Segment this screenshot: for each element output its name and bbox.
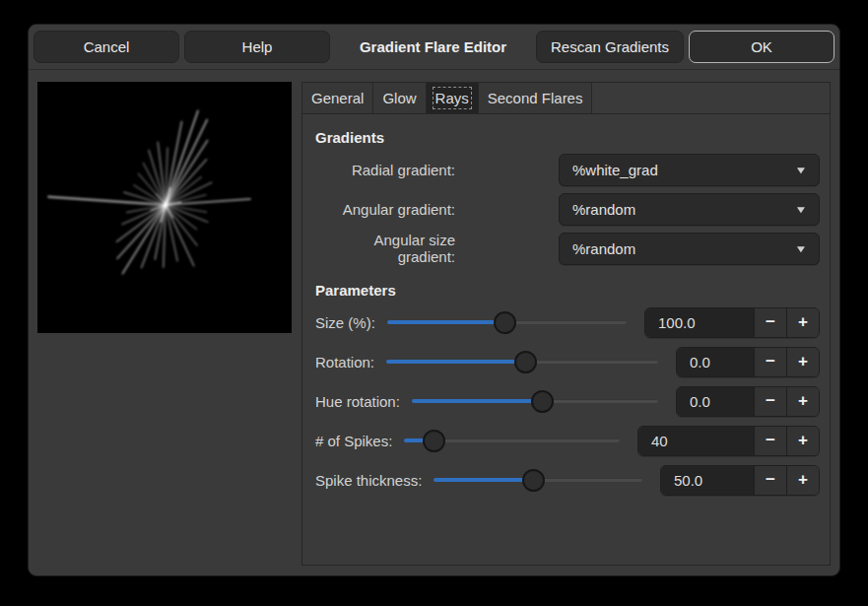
rotation-entry[interactable]: 0.0: [677, 348, 754, 376]
rotation-spin-group: 0.0 − +: [676, 347, 820, 377]
size-slider[interactable]: [387, 307, 627, 338]
chevron-down-icon: ▼: [794, 165, 807, 175]
cancel-button[interactable]: Cancel: [33, 31, 179, 63]
plus-icon[interactable]: +: [786, 348, 819, 376]
radial-gradient-label: Radial gradient:: [315, 162, 455, 178]
tab-rays[interactable]: Rays: [427, 83, 479, 113]
minus-icon[interactable]: −: [754, 387, 786, 416]
size-entry[interactable]: 100.0: [645, 308, 754, 337]
notebook: General Glow Rays Second Flares Gradient…: [301, 82, 831, 566]
spikes-spin-group: 40 − +: [637, 426, 820, 456]
slider-fill: [412, 399, 543, 403]
dialog-title: Gradient Flare Editor: [335, 38, 531, 55]
spikes-entry[interactable]: 40: [638, 427, 754, 455]
minus-icon[interactable]: −: [754, 427, 786, 455]
angular-size-gradient-row: Angular size gradient: %random ▼: [315, 229, 820, 268]
tab-strip-spacer: [592, 83, 830, 113]
angular-gradient-label: Angular gradient:: [315, 201, 455, 218]
slider-thumb[interactable]: [514, 351, 537, 373]
flare-preview: [37, 82, 292, 333]
angular-gradient-value: %random: [572, 201, 635, 218]
tab-second-flares[interactable]: Second Flares: [479, 83, 593, 113]
minus-icon[interactable]: −: [754, 348, 786, 376]
chevron-down-icon: ▼: [794, 204, 807, 215]
angular-gradient-row: Angular gradient: %random ▼: [315, 189, 820, 229]
chevron-down-icon: ▼: [794, 243, 807, 254]
rescan-gradients-button[interactable]: Rescan Gradients: [536, 31, 684, 63]
minus-icon[interactable]: −: [754, 466, 786, 495]
spikes-label: # of Spikes:: [315, 433, 392, 449]
slider-fill: [387, 320, 505, 324]
slider-fill: [434, 478, 534, 482]
spikes-slider[interactable]: [404, 426, 620, 456]
slider-fill: [386, 360, 525, 364]
screen: Cancel Help Gradient Flare Editor Rescan…: [0, 0, 868, 606]
slider-thumb[interactable]: [531, 390, 554, 413]
rotation-row: Rotation: 0.0 − +: [315, 342, 820, 381]
minus-icon[interactable]: −: [754, 308, 786, 337]
angular-size-gradient-label: Angular size gradient:: [315, 232, 455, 265]
hue-rotation-label: Hue rotation:: [315, 393, 400, 410]
rays-tab-page: Gradients Radial gradient: %white_grad ▼…: [301, 114, 831, 566]
slider-thumb[interactable]: [423, 430, 445, 452]
hue-rotation-spin-group: 0.0 − +: [676, 386, 820, 417]
tab-strip: General Glow Rays Second Flares: [301, 82, 831, 114]
tab-general[interactable]: General: [301, 83, 373, 113]
plus-icon[interactable]: +: [786, 466, 819, 495]
rotation-slider[interactable]: [386, 347, 658, 377]
plus-icon[interactable]: +: [786, 387, 819, 416]
radial-gradient-row: Radial gradient: %white_grad ▼: [315, 150, 820, 189]
plus-icon[interactable]: +: [786, 427, 819, 455]
gradient-flare-editor-dialog: Cancel Help Gradient Flare Editor Rescan…: [28, 24, 840, 576]
size-spin-group: 100.0 − +: [644, 307, 820, 338]
plus-icon[interactable]: +: [786, 308, 819, 337]
parameters-section-title: Parameters: [315, 282, 818, 299]
size-label: Size (%):: [315, 314, 375, 331]
flare-preview-image: [37, 82, 292, 333]
spikes-row: # of Spikes: 40 − +: [315, 421, 820, 460]
tab-general-label: General: [311, 90, 364, 106]
slider-thumb[interactable]: [522, 469, 545, 492]
spike-thickness-spin-group: 50.0 − +: [660, 465, 820, 496]
size-row: Size (%): 100.0 − +: [315, 303, 820, 342]
tab-rays-label: Rays: [435, 90, 469, 106]
ok-button[interactable]: OK: [689, 31, 835, 63]
hue-rotation-slider[interactable]: [412, 386, 658, 417]
hue-rotation-row: Hue rotation: 0.0 − +: [315, 381, 820, 421]
slider-thumb[interactable]: [494, 311, 516, 334]
spike-thickness-entry[interactable]: 50.0: [661, 466, 754, 495]
radial-gradient-dropdown[interactable]: %white_grad ▼: [559, 154, 820, 186]
gradients-section-title: Gradients: [315, 129, 818, 146]
tab-glow-label: Glow: [382, 90, 416, 106]
tab-glow[interactable]: Glow: [373, 83, 426, 113]
tab-second-flares-label: Second Flares: [488, 90, 583, 106]
header-bar: Cancel Help Gradient Flare Editor Rescan…: [29, 25, 839, 70]
spike-thickness-row: Spike thickness: 50.0 − +: [315, 460, 820, 500]
angular-size-gradient-dropdown[interactable]: %random ▼: [559, 233, 820, 265]
spike-thickness-label: Spike thickness:: [315, 472, 422, 489]
spike-thickness-slider[interactable]: [434, 465, 642, 496]
rotation-label: Rotation:: [315, 354, 374, 370]
help-button[interactable]: Help: [184, 31, 330, 63]
angular-size-gradient-value: %random: [572, 240, 635, 257]
radial-gradient-value: %white_grad: [572, 162, 658, 178]
hue-rotation-entry[interactable]: 0.0: [677, 387, 754, 416]
angular-gradient-dropdown[interactable]: %random ▼: [559, 193, 820, 226]
